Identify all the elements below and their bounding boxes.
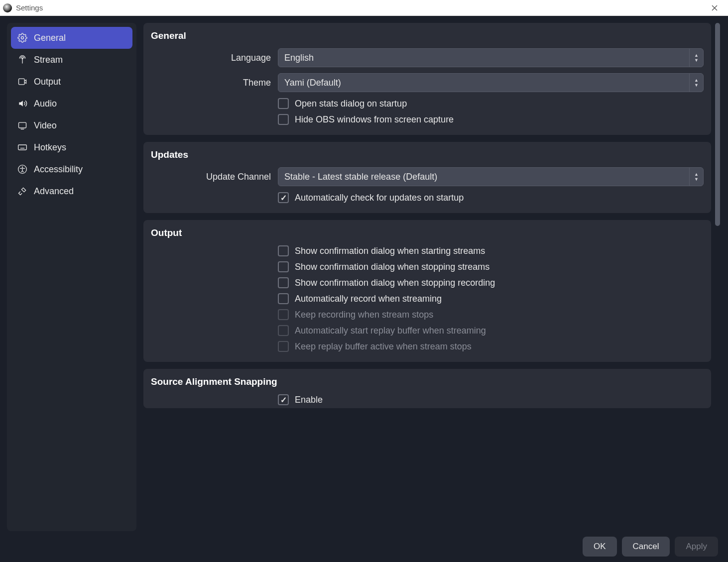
svg-point-2 xyxy=(21,37,24,39)
open-stats-checkbox-row[interactable]: Open stats dialog on startup xyxy=(278,98,704,109)
checkbox-unchecked-icon xyxy=(278,98,289,109)
section-title-general: General xyxy=(151,30,704,41)
keep-replay-label: Keep replay buffer active when stream st… xyxy=(295,341,472,352)
window-titlebar: Settings xyxy=(0,0,728,16)
section-title-output: Output xyxy=(151,227,704,238)
checkbox-checked-icon xyxy=(278,394,289,405)
theme-label: Theme xyxy=(151,78,278,88)
keep-replay-row: Keep replay buffer active when stream st… xyxy=(278,341,704,352)
spinner-icon: ▲▼ xyxy=(689,168,703,186)
theme-select[interactable]: Yami (Default) ▲▼ xyxy=(278,73,704,92)
checkbox-disabled-icon xyxy=(278,341,289,352)
svg-point-15 xyxy=(22,167,23,168)
update-channel-value: Stable - Latest stable release (Default) xyxy=(278,168,689,186)
auto-replay-label: Automatically start replay buffer when s… xyxy=(295,326,486,336)
section-updates: Updates Update Channel Stable - Latest s… xyxy=(143,142,711,213)
audio-icon xyxy=(17,98,28,109)
sidebar-item-audio[interactable]: Audio xyxy=(11,93,132,114)
checkbox-disabled-icon xyxy=(278,309,289,320)
svg-rect-8 xyxy=(18,145,27,150)
section-general: General Language English ▲▼ Theme xyxy=(143,23,711,135)
snapping-enable-row[interactable]: Enable xyxy=(278,394,704,405)
auto-record-row[interactable]: Automatically record when streaming xyxy=(278,293,704,304)
confirm-stop-stream-row[interactable]: Show confirmation dialog when stopping s… xyxy=(278,261,704,272)
spinner-icon: ▲▼ xyxy=(689,74,703,92)
checkbox-unchecked-icon xyxy=(278,277,289,288)
obs-app-icon xyxy=(3,3,12,12)
sidebar-item-label: Hotkeys xyxy=(34,142,66,153)
hide-obs-label: Hide OBS windows from screen capture xyxy=(295,114,454,125)
section-title-snapping: Source Alignment Snapping xyxy=(151,376,704,387)
confirm-stop-record-row[interactable]: Show confirmation dialog when stopping r… xyxy=(278,277,704,288)
language-select-value: English xyxy=(278,49,689,67)
sidebar-item-hotkeys[interactable]: Hotkeys xyxy=(11,136,132,158)
sidebar-item-output[interactable]: Output xyxy=(11,71,132,93)
svg-rect-5 xyxy=(19,79,25,85)
ok-button[interactable]: OK xyxy=(583,537,617,557)
update-channel-label: Update Channel xyxy=(151,172,278,182)
section-snapping: Source Alignment Snapping Enable xyxy=(143,369,711,408)
auto-record-label: Automatically record when streaming xyxy=(295,294,442,304)
checkbox-checked-icon xyxy=(278,192,289,203)
sidebar-item-stream[interactable]: Stream xyxy=(11,49,132,71)
checkbox-unchecked-icon xyxy=(278,293,289,304)
language-label: Language xyxy=(151,53,278,63)
sidebar-item-accessibility[interactable]: Accessibility xyxy=(11,158,132,180)
confirm-start-stream-label: Show confirmation dialog when starting s… xyxy=(295,246,485,256)
sidebar-item-label: Accessibility xyxy=(34,164,83,175)
gear-icon xyxy=(17,32,28,43)
confirm-stop-record-label: Show confirmation dialog when stopping r… xyxy=(295,278,495,288)
checkbox-unchecked-icon xyxy=(278,245,289,256)
cancel-button[interactable]: Cancel xyxy=(622,537,670,557)
auto-replay-row: Automatically start replay buffer when s… xyxy=(278,325,704,336)
snapping-enable-label: Enable xyxy=(295,395,323,405)
keep-recording-row: Keep recording when stream stops xyxy=(278,309,704,320)
sidebar-item-label: Audio xyxy=(34,99,57,109)
auto-check-updates-row[interactable]: Automatically check for updates on start… xyxy=(278,192,704,203)
tools-icon xyxy=(17,186,28,197)
sidebar-item-general[interactable]: General xyxy=(11,27,132,49)
open-stats-label: Open stats dialog on startup xyxy=(295,99,407,109)
apply-button: Apply xyxy=(675,537,718,557)
output-icon xyxy=(17,76,28,87)
window-close-button[interactable] xyxy=(704,0,725,15)
update-channel-select[interactable]: Stable - Latest stable release (Default)… xyxy=(278,167,704,186)
sidebar-item-label: Video xyxy=(34,120,57,131)
window-title: Settings xyxy=(16,3,43,12)
confirm-stop-stream-label: Show confirmation dialog when stopping s… xyxy=(295,262,489,272)
sidebar-item-label: General xyxy=(34,33,66,43)
section-title-updates: Updates xyxy=(151,149,704,160)
checkbox-unchecked-icon xyxy=(278,261,289,272)
monitor-icon xyxy=(17,120,28,131)
dialog-footer: OK Cancel Apply xyxy=(7,531,721,562)
settings-content: General Language English ▲▼ Theme xyxy=(143,23,711,531)
confirm-start-stream-row[interactable]: Show confirmation dialog when starting s… xyxy=(278,245,704,256)
hide-obs-checkbox-row[interactable]: Hide OBS windows from screen capture xyxy=(278,114,704,125)
auto-check-updates-label: Automatically check for updates on start… xyxy=(295,193,464,203)
sidebar-item-label: Stream xyxy=(34,55,63,65)
sidebar-item-advanced[interactable]: Advanced xyxy=(11,180,132,202)
scrollbar-thumb[interactable] xyxy=(715,23,720,226)
accessibility-icon xyxy=(17,164,28,175)
close-icon xyxy=(712,5,718,11)
antenna-icon xyxy=(17,54,28,65)
sidebar-item-label: Output xyxy=(34,77,61,87)
content-scrollbar[interactable] xyxy=(714,23,721,531)
language-select[interactable]: English ▲▼ xyxy=(278,48,704,67)
spinner-icon: ▲▼ xyxy=(689,49,703,67)
keep-recording-label: Keep recording when stream stops xyxy=(295,310,433,320)
svg-rect-6 xyxy=(19,122,26,128)
settings-sidebar: General Stream Output Audio xyxy=(7,23,136,531)
checkbox-disabled-icon xyxy=(278,325,289,336)
section-output: Output Show confirmation dialog when sta… xyxy=(143,220,711,362)
svg-point-3 xyxy=(22,58,23,59)
checkbox-unchecked-icon xyxy=(278,114,289,125)
sidebar-item-video[interactable]: Video xyxy=(11,114,132,136)
sidebar-item-label: Advanced xyxy=(34,186,74,197)
keyboard-icon xyxy=(17,142,28,153)
theme-select-value: Yami (Default) xyxy=(278,74,689,92)
